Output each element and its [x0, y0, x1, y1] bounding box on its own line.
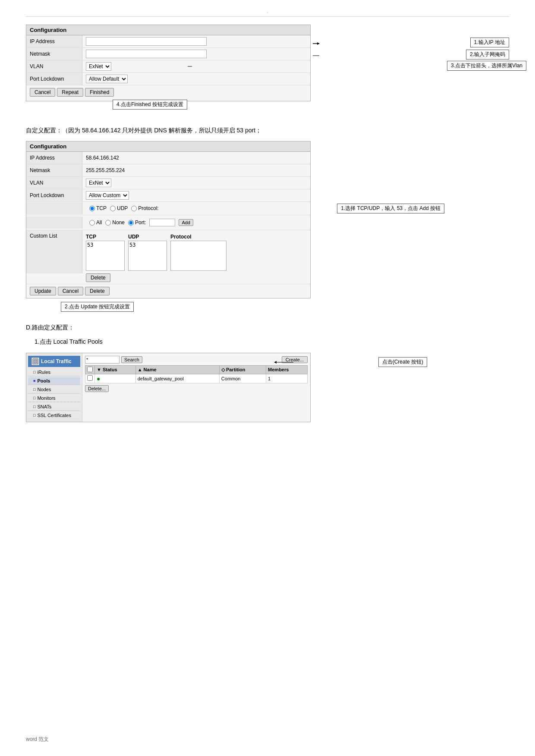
vlan-select[interactable]: ExNet: [86, 62, 111, 71]
td-status: ●: [95, 374, 136, 383]
svg-rect-5: [34, 360, 37, 363]
section-d-label: D.路由定义配置：: [26, 324, 74, 331]
finished-button[interactable]: Finished: [85, 88, 114, 97]
callout-vlan: 3.点击下拉箭头，选择所属Vlan: [447, 61, 526, 71]
ssl-checkbox: □: [33, 413, 35, 417]
protocol-radio-label: [26, 202, 82, 214]
callout-finished: 4.点击Finished 按钮完成设置: [113, 100, 187, 110]
sidebar-item-pools[interactable]: ■ Pools: [28, 377, 80, 385]
udp-list-textarea[interactable]: 53: [128, 241, 167, 271]
vlan-select-2[interactable]: ExNet: [86, 179, 111, 187]
tcp-list-textarea[interactable]: 53: [86, 241, 125, 271]
udp-radio[interactable]: [110, 206, 116, 211]
protocol-radio[interactable]: [131, 206, 137, 211]
local-traffic-area: Local Traffic □ iRules ■ Pools □ Nodes □…: [26, 353, 349, 422]
network-icon: [32, 358, 38, 364]
delete-list-button[interactable]: Delete: [86, 273, 110, 282]
port-lockdown-value: Allow Default: [82, 73, 310, 85]
delete-button-2[interactable]: Delete: [85, 287, 110, 295]
ip-address-value-2: 58.64.166.142: [82, 153, 310, 163]
update-button[interactable]: Update: [30, 287, 56, 295]
list-columns: TCP 53 UDP 53 Protocol: [86, 234, 307, 271]
tcp-col: TCP 53: [86, 234, 125, 271]
th-partition: ◇ Partition: [219, 365, 266, 374]
irules-separator: [28, 376, 80, 376]
port-radio-value: All None Port: Add: [82, 215, 310, 230]
protocol-label: Protocol:: [138, 205, 158, 211]
ip-address-label: IP Address: [26, 35, 82, 47]
vlan-row-2: VLAN ExNet: [26, 177, 310, 189]
udp-radio-item: UDP: [110, 205, 128, 211]
lt-table-header: ▼ Status ▲ Name ◇ Partition Members: [85, 365, 308, 374]
netmask-input[interactable]: [86, 50, 207, 58]
lt-content: Search Create... ▼ Status ▲ Name ◇ Parti…: [82, 353, 310, 422]
sidebar-item-snats[interactable]: □ SNATs: [28, 403, 80, 411]
lt-search-input[interactable]: [85, 356, 120, 364]
lt-search-row: Search Create...: [85, 356, 308, 364]
tcp-radio[interactable]: [89, 206, 95, 211]
sidebar-item-ssl[interactable]: □ SSL Certificates: [28, 412, 80, 419]
protocol-radio-group: TCP UDP Protocol:: [86, 204, 307, 213]
netmask-row: Netmask: [26, 48, 310, 60]
pools-label: Pools: [37, 378, 50, 383]
port-label: Port:: [135, 220, 146, 226]
cancel-button-2[interactable]: Cancel: [58, 287, 83, 295]
pool-name: default_gateway_pool: [138, 376, 184, 381]
top-separator: .: [26, 9, 509, 17]
ip-address-input[interactable]: [86, 37, 207, 46]
vlan-row: VLAN ExNet: [26, 60, 310, 73]
port-radio[interactable]: [128, 220, 134, 226]
add-button[interactable]: Add: [179, 219, 193, 226]
none-radio[interactable]: [105, 220, 111, 226]
second-config-title: Configuration: [26, 141, 310, 152]
vlan-label: VLAN: [26, 60, 82, 72]
protocol-list-textarea[interactable]: [170, 241, 227, 271]
delete-btn-area: Delete: [86, 273, 307, 282]
local-traffic-panel: Local Traffic □ iRules ■ Pools □ Nodes □…: [26, 353, 311, 422]
second-config-buttons: Update Cancel Delete: [26, 284, 311, 298]
sidebar-item-irules[interactable]: □ iRules: [28, 369, 80, 376]
netmask-row-2: Netmask 255.255.255.224: [26, 164, 310, 177]
td-checkbox: [85, 374, 95, 383]
repeat-button[interactable]: Repeat: [57, 88, 83, 97]
th-members: Members: [266, 365, 308, 374]
row-checkbox[interactable]: [87, 375, 93, 381]
local-traffic-icon: [31, 358, 39, 365]
callout-create: 点击(Create 按钮): [378, 357, 427, 367]
custom-list-value: TCP 53 UDP 53 Protocol Delete: [82, 230, 310, 284]
snats-checkbox: □: [33, 405, 35, 409]
udp-col-header: UDP: [128, 234, 167, 240]
protocol-radio-item: Protocol:: [131, 205, 158, 211]
callout-netmask: 2.输入子网掩码: [466, 50, 509, 60]
custom-list-label: Custom List: [26, 230, 82, 273]
lt-search-button[interactable]: Search: [121, 356, 142, 363]
section-d-step1: 1.点击 Local Traffic Pools: [35, 336, 509, 347]
first-config-buttons: Cancel Repeat Finished: [26, 85, 415, 99]
step1-text: 1.点击 Local Traffic Pools: [35, 338, 103, 345]
select-all-checkbox[interactable]: [87, 367, 93, 372]
tcp-label: TCP: [96, 205, 107, 211]
status-indicator: ●: [97, 375, 100, 382]
callout-update: 2.点击 Update 按钮完成设置: [61, 302, 134, 312]
port-input[interactable]: [149, 219, 175, 226]
nodes-checkbox: □: [33, 387, 35, 392]
sidebar-item-nodes[interactable]: □ Nodes: [28, 386, 80, 393]
ip-address-value: [82, 35, 310, 47]
lt-create-button[interactable]: Create...: [282, 356, 308, 363]
first-buttons-area: Cancel Repeat Finished 4.点击Finished 按钮完成…: [26, 85, 415, 99]
all-radio[interactable]: [89, 220, 95, 226]
sidebar-item-monitors[interactable]: □ Monitors: [28, 395, 80, 402]
lt-delete-button[interactable]: Delete...: [85, 385, 109, 392]
vlan-label-2: VLAN: [26, 177, 82, 189]
port-lockdown-select[interactable]: Allow Default: [86, 75, 128, 83]
th-status: ▼ Status: [95, 365, 136, 374]
port-radio-label: [26, 216, 82, 229]
snats-separator: [28, 411, 80, 411]
pools-checkbox: ■: [33, 379, 35, 383]
port-lockdown-label-2: Port Lockdown: [26, 189, 82, 201]
monitors-separator: [28, 402, 80, 402]
cancel-button-1[interactable]: Cancel: [30, 88, 55, 97]
nodes-label: Nodes: [37, 387, 51, 392]
first-config-wrapper: Configuration IP Address Netmask VLAN Ex…: [26, 25, 414, 101]
port-lockdown-select-2[interactable]: Allow Custom: [86, 191, 129, 200]
